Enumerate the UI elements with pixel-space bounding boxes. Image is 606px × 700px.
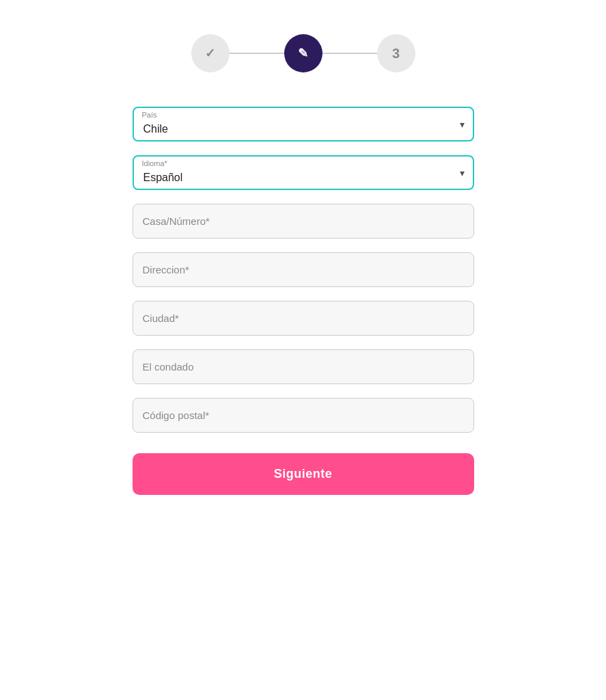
postal-code-input[interactable] <box>133 398 474 433</box>
step-1: ✓ <box>191 34 230 72</box>
submit-button[interactable]: Siguiente <box>133 453 474 495</box>
postal-code-wrapper <box>133 398 474 433</box>
language-select-wrapper: Idioma* Español English Português ▾ <box>133 155 474 190</box>
address-input[interactable] <box>133 252 474 287</box>
form-container: País Chile Argentina México Colombia Per… <box>133 107 474 495</box>
page-container: ✓ ✎ 3 País Chile Argentina México Colomb… <box>14 27 592 495</box>
county-wrapper <box>133 349 474 384</box>
country-select-wrapper: País Chile Argentina México Colombia Per… <box>133 107 474 142</box>
step-3: 3 <box>377 34 415 72</box>
city-wrapper <box>133 301 474 336</box>
country-select[interactable]: Chile Argentina México Colombia Perú <box>133 107 474 142</box>
house-number-input[interactable] <box>133 204 474 239</box>
address-wrapper <box>133 252 474 287</box>
step-line-2 <box>322 53 377 54</box>
step-line-1 <box>230 53 284 54</box>
stepper: ✓ ✎ 3 <box>191 34 415 72</box>
city-input[interactable] <box>133 301 474 336</box>
language-select[interactable]: Español English Português <box>133 155 474 190</box>
county-input[interactable] <box>133 349 474 384</box>
step-2: ✎ <box>284 34 322 72</box>
house-number-wrapper <box>133 204 474 239</box>
